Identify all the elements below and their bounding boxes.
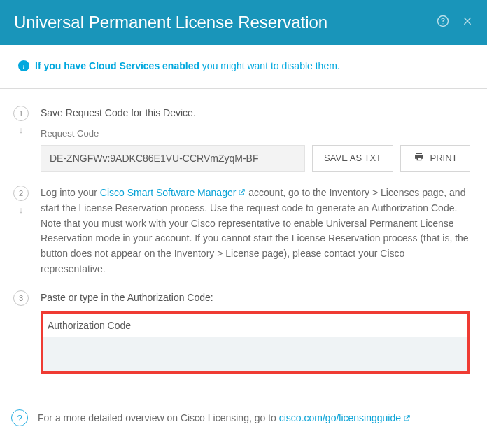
- auth-code-input[interactable]: [43, 337, 467, 372]
- step1-title: Save Request Code for this Device.: [41, 106, 470, 121]
- request-code-label: Request Code: [41, 127, 470, 141]
- licensing-guide-link[interactable]: cisco.com/go/licensingguide: [279, 412, 411, 424]
- info-rest: you might want to disable them.: [199, 60, 340, 71]
- step-1: 1 ↓ Save Request Code for this Device. R…: [11, 106, 470, 172]
- external-link-icon: [238, 186, 246, 201]
- save-as-txt-button[interactable]: SAVE AS TXT: [312, 145, 393, 172]
- step-3: 3 Paste or type in the Authorization Cod…: [11, 290, 470, 374]
- help-icon[interactable]: [437, 15, 449, 30]
- cssm-link[interactable]: Cisco Smart Software Manager: [100, 187, 246, 198]
- question-icon: ?: [11, 410, 28, 426]
- license-dialog: Universal Permanent License Reservation …: [0, 0, 487, 448]
- step-number: 2: [13, 186, 29, 201]
- step-2: 2 ↓ Log into your Cisco Smart Software M…: [11, 186, 470, 277]
- step2-text: Log into your Cisco Smart Software Manag…: [41, 186, 470, 277]
- print-icon: [414, 151, 425, 164]
- arrow-down-icon: ↓: [19, 125, 24, 134]
- dialog-header: Universal Permanent License Reservation: [0, 0, 487, 45]
- request-code-input[interactable]: [41, 145, 305, 172]
- dialog-title: Universal Permanent License Reservation: [14, 13, 327, 32]
- svg-point-1: [442, 23, 443, 24]
- auth-code-label: Authorization Code: [43, 314, 467, 337]
- step3-title: Paste or type in the Authorization Code:: [41, 290, 470, 306]
- external-link-icon: [403, 413, 411, 424]
- step-number: 3: [13, 290, 29, 306]
- dialog-footer: CANCEL REGISTER: [0, 440, 487, 448]
- info-icon: i: [18, 60, 29, 71]
- info-bold: If you have Cloud Services enabled: [35, 60, 199, 71]
- auth-highlight: Authorization Code: [41, 312, 470, 374]
- licensing-hint: ? For a more detailed overview on Cisco …: [0, 395, 487, 440]
- step-number: 1: [13, 106, 29, 121]
- print-button[interactable]: PRINT: [400, 145, 470, 172]
- arrow-down-icon: ↓: [19, 205, 24, 214]
- info-banner: i If you have Cloud Services enabled you…: [0, 45, 487, 89]
- close-icon[interactable]: [462, 15, 473, 29]
